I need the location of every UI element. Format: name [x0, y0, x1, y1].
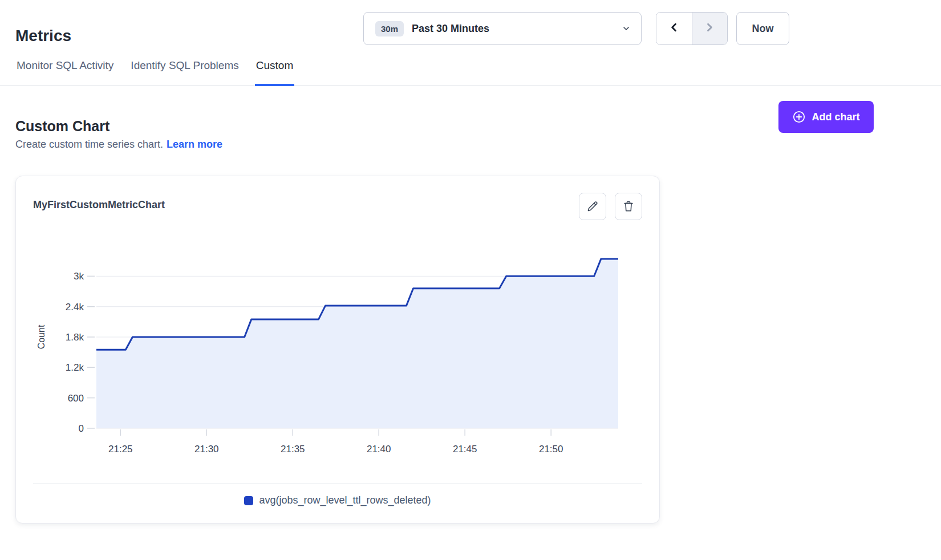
chart-svg: 06001.2k1.8k2.4k3k21:2521:3021:3521:4021…	[33, 239, 640, 456]
section-heading: Custom Chart	[15, 118, 109, 135]
chart-legend: avg(jobs_row_level_ttl_rows_deleted)	[16, 494, 659, 506]
tab-identify-sql-problems[interactable]: Identify SQL Problems	[129, 58, 240, 86]
pencil-icon	[586, 200, 599, 213]
y-tick-label: 0	[79, 423, 84, 434]
time-range-dropdown[interactable]: 30m Past 30 Minutes	[363, 12, 642, 45]
y-tick-label: 1.2k	[66, 362, 84, 373]
chevron-right-icon	[704, 22, 715, 35]
custom-chart-card: MyFirstCustomMetricChart 06001.2k1.8k2.4…	[15, 176, 660, 524]
tab-custom[interactable]: Custom	[255, 58, 294, 86]
learn-more-link[interactable]: Learn more	[167, 139, 222, 150]
now-button[interactable]: Now	[736, 12, 789, 45]
x-tick-label: 21:25	[108, 444, 133, 455]
time-range-badge: 30m	[375, 21, 404, 36]
y-tick-label: 3k	[74, 271, 84, 282]
section-description: Create custom time series chart.Learn mo…	[15, 139, 222, 151]
y-tick-label: 600	[68, 393, 84, 404]
series-legend-label: avg(jobs_row_level_ttl_rows_deleted)	[259, 494, 431, 506]
series-area	[96, 259, 618, 428]
next-interval-button[interactable]	[692, 13, 728, 44]
add-chart-button[interactable]: Add chart	[778, 101, 874, 133]
previous-interval-button[interactable]	[656, 13, 692, 44]
chart-actions	[579, 193, 642, 220]
x-tick-label: 21:30	[194, 444, 219, 455]
metrics-tabs: Monitor SQL Activity Identify SQL Proble…	[0, 58, 941, 86]
y-axis-label: Count	[36, 324, 46, 349]
section-description-text: Create custom time series chart.	[15, 139, 163, 150]
page-title: Metrics	[15, 27, 71, 45]
chart-title: MyFirstCustomMetricChart	[33, 199, 165, 211]
trash-icon	[622, 200, 635, 213]
series-color-swatch	[244, 496, 253, 505]
chevron-left-icon	[668, 22, 680, 35]
x-tick-label: 21:50	[539, 444, 563, 455]
legend-divider	[33, 484, 642, 484]
now-button-label: Now	[752, 23, 774, 35]
y-tick-label: 1.8k	[66, 332, 84, 343]
time-step-control	[656, 12, 728, 45]
x-tick-label: 21:40	[367, 444, 391, 455]
x-tick-label: 21:35	[281, 444, 305, 455]
time-range-label: Past 30 Minutes	[412, 23, 489, 35]
tab-monitor-sql-activity[interactable]: Monitor SQL Activity	[15, 58, 115, 86]
x-tick-label: 21:45	[453, 444, 477, 455]
plus-circle-icon	[792, 110, 806, 124]
edit-chart-button[interactable]	[579, 193, 606, 220]
delete-chart-button[interactable]	[615, 193, 642, 220]
y-tick-label: 2.4k	[66, 302, 84, 313]
add-chart-label: Add chart	[812, 111, 859, 123]
chevron-down-icon	[622, 24, 631, 33]
